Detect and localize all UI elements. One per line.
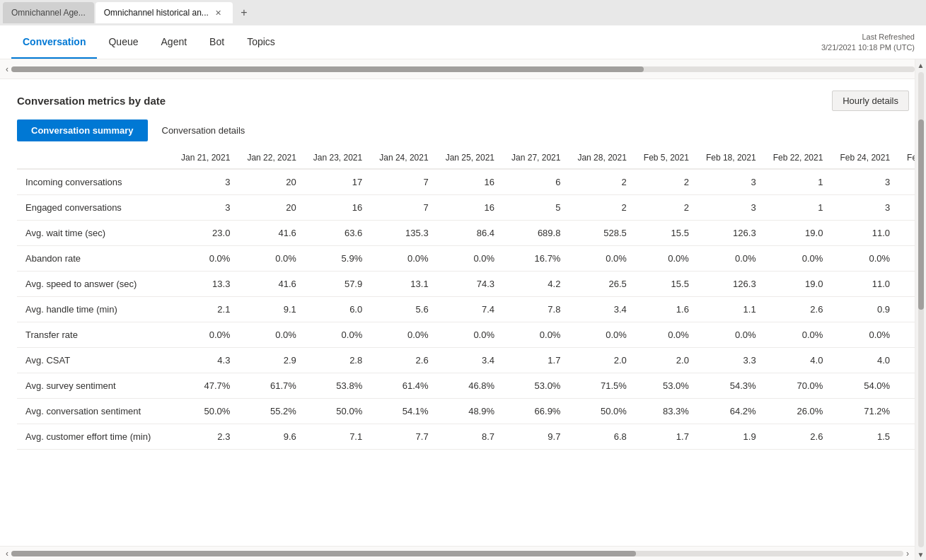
bottom-scrollbar[interactable]: ‹ › <box>0 546 915 560</box>
conversation-summary-table: Jan 21, 2021 Jan 22, 2021 Jan 23, 2021 J… <box>17 147 926 450</box>
tab-bot[interactable]: Bot <box>198 25 236 59</box>
cell-value: 3 <box>698 169 765 195</box>
scroll-right-bottom-icon[interactable]: › <box>906 549 909 559</box>
cell-value: 83.3% <box>635 399 698 424</box>
plus-icon: + <box>241 6 247 19</box>
cell-value: 13.1 <box>371 272 436 297</box>
cell-value: 2.0 <box>635 348 698 373</box>
right-scrollbar[interactable]: ▲ ▼ <box>915 59 926 560</box>
cell-value: 1.7 <box>635 424 698 450</box>
tab-agent[interactable]: Agent <box>150 25 199 59</box>
add-tab-button[interactable]: + <box>234 3 254 23</box>
scroll-down-button[interactable]: ▼ <box>915 549 926 560</box>
scroll-track-vertical[interactable] <box>918 72 924 547</box>
cell-value: 11.0 <box>831 272 898 297</box>
table-row: Transfer rate0.0%0.0%0.0%0.0%0.0%0.0%0.0… <box>17 322 926 348</box>
cell-value: 47.7% <box>173 373 238 399</box>
scroll-left-icon[interactable]: ‹ <box>6 64 8 74</box>
tab-omnichannel-historical[interactable]: Omnichannel historical an... ✕ <box>96 2 233 23</box>
cell-value: 3.4 <box>569 297 635 322</box>
table-row: Avg. survey sentiment47.7%61.7%53.8%61.4… <box>17 373 926 399</box>
sub-tab-summary[interactable]: Conversation summary <box>17 119 148 141</box>
table-row: Avg. customer effort time (min)2.39.67.1… <box>17 424 926 450</box>
cell-value: 2.6 <box>371 348 436 373</box>
col-header-jan24: Jan 24, 2021 <box>371 147 436 169</box>
scroll-track-horizontal[interactable] <box>11 66 915 72</box>
cell-value: 46.8% <box>437 373 503 399</box>
cell-value: 0.0% <box>569 246 635 272</box>
cell-value: 6 <box>503 169 569 195</box>
cell-value: 70.0% <box>765 373 832 399</box>
row-label: Avg. survey sentiment <box>17 373 173 399</box>
tab-label: Omnichannel historical an... <box>104 8 209 18</box>
table-row: Incoming conversations320177166223135 <box>17 169 926 195</box>
cell-value: 23.0 <box>173 221 238 246</box>
cell-value: 0.0% <box>305 322 371 348</box>
cell-value: 19.0 <box>765 221 832 246</box>
tab-topics[interactable]: Topics <box>236 25 287 59</box>
row-label: Transfer rate <box>17 322 173 348</box>
cell-value: 0.0% <box>635 322 698 348</box>
cell-value: 0.0% <box>503 322 569 348</box>
cell-value: 7 <box>371 195 436 221</box>
cell-value: 41.6 <box>238 221 304 246</box>
cell-value: 48.9% <box>437 399 503 424</box>
cell-value: 5 <box>503 195 569 221</box>
tab-conversation[interactable]: Conversation <box>11 25 97 59</box>
scroll-up-button[interactable]: ▲ <box>915 59 926 71</box>
sub-tabs: Conversation summary Conversation detail… <box>0 119 926 141</box>
cell-value: 71.5% <box>569 373 635 399</box>
nav-tabs: Conversation Queue Agent Bot Topics <box>11 25 287 59</box>
cell-value: 54.3% <box>698 373 765 399</box>
cell-value: 1.1 <box>698 297 765 322</box>
close-tab-icon[interactable]: ✕ <box>213 7 224 18</box>
scroll-left-bottom-icon[interactable]: ‹ <box>6 549 8 559</box>
cell-value: 71.2% <box>831 399 898 424</box>
cell-value: 54.1% <box>371 399 436 424</box>
sub-tab-details[interactable]: Conversation details <box>148 119 260 141</box>
cell-value: 7.8 <box>503 297 569 322</box>
cell-value: 3 <box>831 169 898 195</box>
cell-value: 8.7 <box>437 424 503 450</box>
section-title: Conversation metrics by date <box>17 95 166 107</box>
cell-value: 126.3 <box>698 221 765 246</box>
col-header-jan28: Jan 28, 2021 <box>569 147 635 169</box>
cell-value: 50.0% <box>305 399 371 424</box>
cell-value: 20 <box>238 195 304 221</box>
cell-value: 0.9 <box>831 297 898 322</box>
cell-value: 16.7% <box>503 246 569 272</box>
top-scrollbar[interactable]: ‹ › <box>0 59 926 79</box>
cell-value: 1.7 <box>503 348 569 373</box>
cell-value: 7.1 <box>305 424 371 450</box>
cell-value: 15.5 <box>635 221 698 246</box>
hourly-details-button[interactable]: Hourly details <box>832 91 909 111</box>
cell-value: 4.0 <box>765 348 832 373</box>
cell-value: 53.0% <box>503 373 569 399</box>
cell-value: 2 <box>569 195 635 221</box>
cell-value: 5.6 <box>371 297 436 322</box>
cell-value: 64.2% <box>698 399 765 424</box>
table-container[interactable]: Jan 21, 2021 Jan 22, 2021 Jan 23, 2021 J… <box>0 147 926 450</box>
table-row: Avg. CSAT4.32.92.82.63.41.72.02.03.34.04… <box>17 348 926 373</box>
scroll-thumb-horizontal <box>11 66 644 72</box>
col-header-jan21: Jan 21, 2021 <box>173 147 238 169</box>
cell-value: 0.0% <box>831 246 898 272</box>
cell-value: 3 <box>831 195 898 221</box>
cell-value: 61.4% <box>371 373 436 399</box>
cell-value: 53.0% <box>635 373 698 399</box>
tab-queue[interactable]: Queue <box>97 25 149 59</box>
section-header: Conversation metrics by date Hourly deta… <box>0 79 926 119</box>
cell-value: 3.3 <box>698 348 765 373</box>
cell-value: 135.3 <box>371 221 436 246</box>
cell-value: 13.3 <box>173 272 238 297</box>
cell-value: 0.0% <box>635 246 698 272</box>
tab-omnichannel-agent[interactable]: Omnichannel Age... <box>3 2 94 23</box>
cell-value: 1 <box>765 169 832 195</box>
cell-value: 4.0 <box>831 348 898 373</box>
row-label: Incoming conversations <box>17 169 173 195</box>
cell-value: 20 <box>238 169 304 195</box>
cell-value: 0.0% <box>698 322 765 348</box>
scroll-track-bottom[interactable] <box>11 551 903 556</box>
cell-value: 55.2% <box>238 399 304 424</box>
last-refreshed-value: 3/21/2021 10:18 PM (UTC) <box>821 42 915 53</box>
